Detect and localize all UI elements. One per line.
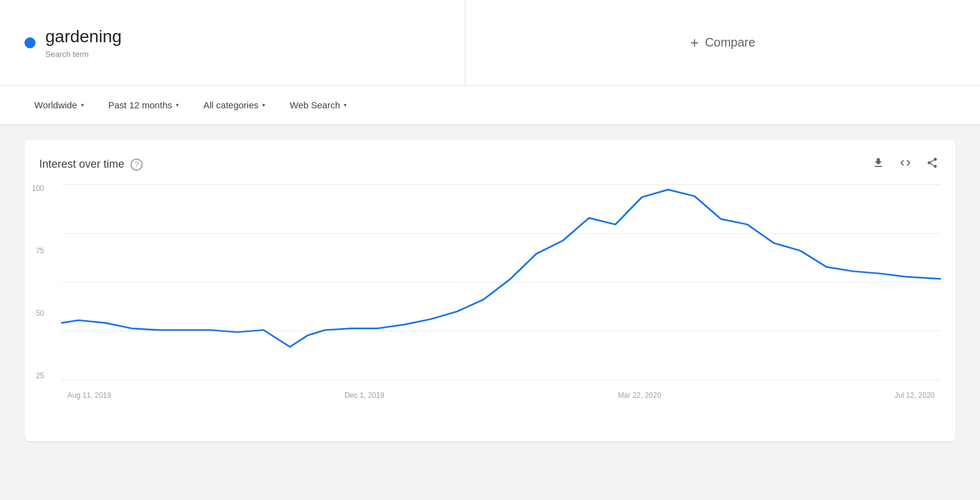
term-type: Search term bbox=[45, 50, 122, 59]
share-icon[interactable] bbox=[924, 154, 941, 174]
main-content: Interest over time ? 100 bbox=[0, 125, 980, 456]
y-axis-labels: 100 75 50 25 bbox=[32, 184, 44, 380]
compare-plus-icon: + bbox=[690, 34, 699, 51]
search-term-section: gardening Search term bbox=[0, 0, 466, 85]
trend-polyline bbox=[61, 190, 941, 347]
search-type-label: Web Search bbox=[290, 100, 340, 110]
help-icon[interactable]: ? bbox=[130, 159, 143, 171]
top-bar: gardening Search term + Compare bbox=[0, 0, 980, 86]
x-label-jul: Jul 12, 2020 bbox=[895, 391, 935, 400]
compare-button[interactable]: + Compare bbox=[680, 29, 765, 56]
trend-line-chart bbox=[61, 184, 941, 380]
search-term: gardening bbox=[45, 26, 122, 47]
category-filter[interactable]: All categories ▾ bbox=[194, 95, 275, 115]
term-info: gardening Search term bbox=[45, 26, 122, 59]
filters-bar: Worldwide ▾ Past 12 months ▾ All categor… bbox=[0, 86, 980, 125]
region-chevron-icon: ▾ bbox=[81, 102, 84, 108]
chart-title: Interest over time bbox=[39, 158, 124, 171]
chart-title-row: Interest over time ? bbox=[39, 158, 143, 171]
compare-label: Compare bbox=[705, 35, 755, 50]
x-label-mar: Mar 22, 2020 bbox=[618, 391, 662, 400]
search-type-filter[interactable]: Web Search ▾ bbox=[280, 95, 356, 115]
region-filter[interactable]: Worldwide ▾ bbox=[24, 95, 94, 115]
y-label-75: 75 bbox=[36, 247, 44, 255]
embed-icon[interactable] bbox=[897, 154, 914, 174]
y-label-100: 100 bbox=[32, 184, 44, 193]
time-filter-label: Past 12 months bbox=[108, 100, 172, 110]
download-icon[interactable] bbox=[870, 154, 887, 174]
chart-header: Interest over time ? bbox=[24, 154, 956, 184]
interest-over-time-card: Interest over time ? 100 bbox=[24, 140, 956, 441]
term-color-dot bbox=[24, 37, 36, 48]
compare-section: + Compare bbox=[466, 0, 980, 85]
time-chevron-icon: ▾ bbox=[176, 102, 179, 108]
chart-actions bbox=[870, 154, 941, 174]
y-label-25: 25 bbox=[36, 371, 44, 380]
x-label-aug: Aug 11, 2019 bbox=[67, 391, 111, 400]
search-type-chevron-icon: ▾ bbox=[344, 102, 347, 108]
chart-area: 100 75 50 25 bbox=[61, 184, 941, 405]
time-filter[interactable]: Past 12 months ▾ bbox=[99, 95, 189, 115]
chart-container: 100 75 50 25 bbox=[24, 184, 956, 441]
y-label-50: 50 bbox=[36, 309, 44, 318]
category-filter-label: All categories bbox=[203, 100, 258, 110]
x-label-dec: Dec 1, 2019 bbox=[345, 391, 385, 400]
category-chevron-icon: ▾ bbox=[262, 102, 265, 108]
x-axis-labels: Aug 11, 2019 Dec 1, 2019 Mar 22, 2020 Ju… bbox=[61, 391, 941, 400]
region-filter-label: Worldwide bbox=[34, 100, 77, 110]
